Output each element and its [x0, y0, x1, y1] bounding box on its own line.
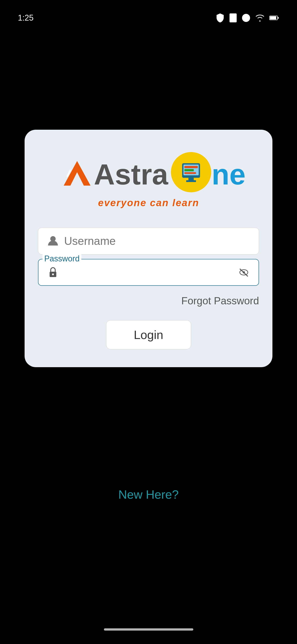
- svg-point-22: [52, 274, 54, 275]
- status-bar: 1:25: [0, 9, 297, 27]
- svg-rect-15: [184, 172, 196, 174]
- svg-rect-16: [188, 178, 194, 180]
- login-button[interactable]: Login: [106, 320, 191, 349]
- svg-rect-3: [270, 16, 276, 20]
- svg-text:Astra: Astra: [94, 158, 169, 191]
- status-time: 1:25: [18, 13, 33, 22]
- time-display: 1:25: [18, 13, 33, 22]
- navigation-bar: [104, 628, 193, 630]
- login-button-container: Login: [38, 320, 259, 349]
- svg-text:ne: ne: [212, 158, 246, 191]
- wifi-icon: [255, 14, 265, 22]
- svg-point-1: [242, 14, 250, 22]
- forgot-password-container: Forgot Password: [38, 295, 259, 307]
- svg-line-8: [85, 170, 88, 177]
- password-input[interactable]: [64, 266, 233, 279]
- person-icon: [47, 235, 59, 247]
- new-here-container: New Here?: [0, 488, 297, 501]
- shield-icon: [216, 13, 225, 23]
- logo-graphic: Astra ne: [50, 148, 247, 193]
- astraone-logo: Astra ne: [50, 148, 247, 192]
- svg-rect-13: [184, 166, 198, 168]
- svg-rect-0: [230, 14, 237, 22]
- eye-slash-icon[interactable]: [238, 267, 250, 278]
- svg-rect-14: [184, 169, 194, 171]
- battery-icon: [269, 15, 279, 21]
- username-input[interactable]: [64, 234, 250, 248]
- svg-rect-4: [278, 17, 279, 19]
- login-form: Password Forgot Password Login: [38, 228, 259, 349]
- svg-text:everyone can learn: everyone can learn: [98, 197, 199, 208]
- username-field: [38, 228, 259, 254]
- password-field-wrapper: Password: [38, 259, 259, 286]
- forgot-password-link[interactable]: Forgot Password: [181, 295, 259, 307]
- lock-icon: [47, 266, 58, 278]
- new-here-link[interactable]: New Here?: [118, 488, 179, 501]
- status-icons: [216, 13, 279, 23]
- logo-container: Astra ne everyon: [50, 148, 247, 210]
- logo-tagline: everyone can learn: [82, 196, 216, 210]
- sim-icon: [229, 13, 237, 23]
- tagline-graphic: everyone can learn: [82, 196, 216, 209]
- svg-rect-17: [186, 180, 196, 182]
- android-icon: [242, 13, 251, 23]
- password-label: Password: [42, 254, 81, 264]
- login-card: Astra ne everyon: [24, 130, 273, 367]
